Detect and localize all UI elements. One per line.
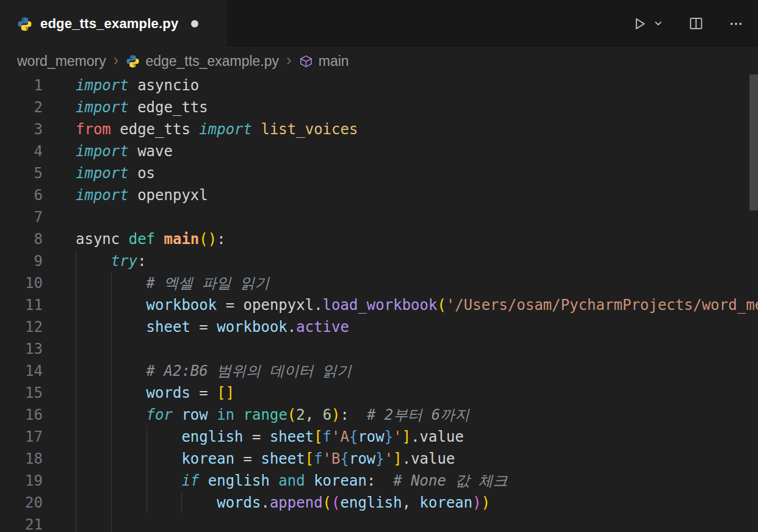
code-token: .	[314, 297, 322, 314]
code-line[interactable]	[76, 338, 758, 360]
line-number[interactable]: 10	[0, 272, 43, 294]
code-lines[interactable]: import asyncioimport edge_ttsfrom edge_t…	[43, 74, 758, 532]
line-number[interactable]: 7	[0, 206, 43, 228]
code-token: main	[164, 231, 200, 248]
code-token: :	[217, 231, 225, 248]
line-number[interactable]: 14	[0, 360, 43, 382]
indent-guide	[146, 448, 147, 470]
code-token: =	[190, 384, 217, 401]
code-token: from	[76, 121, 111, 138]
code-token: =	[190, 318, 217, 336]
line-number[interactable]: 18	[0, 448, 43, 470]
code-token: import	[76, 165, 129, 182]
code-token: in	[217, 406, 234, 423]
code-line[interactable]: words.append((english, korean))	[76, 492, 758, 514]
code-token: .value	[411, 428, 464, 445]
indent-guide	[111, 360, 112, 382]
code-line[interactable]: korean = sheet[f'B{row}'].value	[76, 448, 758, 470]
code-token: load_workbook	[323, 297, 438, 314]
indent-guide	[76, 382, 76, 404]
line-number[interactable]: 17	[0, 426, 43, 448]
code-line[interactable]: async def main():	[76, 228, 758, 250]
code-line[interactable]: import asyncio	[76, 74, 758, 96]
tab-edge-tts-example[interactable]: edge_tts_example.py	[0, 0, 226, 48]
code-line[interactable]: # A2:B6 범위의 데이터 읽기	[76, 360, 758, 382]
line-number[interactable]: 21	[0, 514, 43, 532]
code-line[interactable]: workbook = openpyxl.load_workbook('/User…	[76, 294, 758, 316]
code-line[interactable]: import os	[76, 162, 758, 184]
code-token: words	[217, 494, 261, 511]
ellipsis-icon	[729, 16, 743, 31]
indent-guide	[76, 514, 76, 532]
code-line[interactable]: for row in range(2, 6): # 2부터 6까지	[76, 404, 758, 426]
line-number[interactable]: 6	[0, 184, 43, 206]
code-token: sheet	[146, 318, 190, 336]
code-token: (	[331, 494, 340, 511]
code-line[interactable]: import edge_tts	[76, 96, 758, 118]
code-token	[76, 428, 181, 445]
line-number[interactable]: 5	[0, 162, 43, 184]
indent-guide	[76, 492, 76, 514]
code-line[interactable]	[76, 514, 758, 532]
line-number[interactable]: 16	[0, 404, 43, 426]
indent-guide	[181, 492, 182, 514]
line-number[interactable]: 1	[0, 74, 43, 96]
code-token: [	[305, 450, 314, 467]
line-number[interactable]: 11	[0, 294, 43, 316]
run-dropdown-button[interactable]	[651, 16, 666, 31]
code-line[interactable]: from edge_tts import list_voices	[76, 118, 758, 140]
code-token: ]	[226, 384, 234, 401]
indent-guide	[111, 294, 112, 316]
breadcrumb-item-symbol[interactable]: main	[319, 53, 349, 70]
code-line[interactable]: import wave	[76, 140, 758, 162]
code-line[interactable]: if english and korean: # None 값 체크	[76, 470, 758, 492]
line-number[interactable]: 2	[0, 96, 43, 118]
line-number[interactable]: 3	[0, 118, 43, 140]
code-token: import	[76, 143, 129, 160]
modified-dot-icon[interactable]	[191, 20, 198, 27]
code-line[interactable]: # 엑셀 파일 읽기	[76, 272, 758, 294]
code-line[interactable]: words = []	[76, 382, 758, 404]
split-editor-button[interactable]	[687, 14, 706, 33]
line-number[interactable]: 9	[0, 250, 43, 272]
indent-guide	[76, 404, 76, 426]
code-token: )	[331, 406, 340, 423]
code-token: =	[244, 428, 270, 445]
line-number[interactable]: 8	[0, 228, 43, 250]
code-line[interactable]	[76, 206, 758, 228]
code-editor: 123456789101112131415161718192021 import…	[0, 74, 758, 532]
code-line[interactable]: import openpyxl	[76, 184, 758, 206]
code-token: import	[199, 121, 252, 138]
indent-guide	[76, 338, 76, 360]
line-number[interactable]: 4	[0, 140, 43, 162]
breadcrumb-item-file[interactable]: edge_tts_example.py	[145, 53, 279, 70]
breadcrumb-item-folder[interactable]: word_memory	[17, 53, 106, 70]
play-icon	[632, 16, 647, 31]
line-number[interactable]: 13	[0, 338, 43, 360]
indent-guide	[111, 382, 112, 404]
code-token	[375, 472, 393, 489]
code-token: ,	[402, 494, 420, 511]
code-token: 'A	[331, 428, 349, 445]
code-token: asyncio	[129, 77, 200, 94]
code-line[interactable]: english = sheet[f'A{row}'].value	[76, 426, 758, 448]
indent-guide	[146, 426, 147, 448]
code-token: active	[296, 318, 349, 336]
more-actions-button[interactable]	[726, 14, 746, 34]
code-token: edge_tts	[111, 121, 200, 138]
code-line[interactable]: sheet = workbook.active	[76, 316, 758, 338]
code-line[interactable]: try:	[76, 250, 758, 272]
code-token: '/Users/osam/PycharmProjects/word_me	[446, 297, 758, 314]
scrollbar-thumb[interactable]	[749, 74, 758, 210]
code-token	[173, 406, 181, 423]
line-number[interactable]: 15	[0, 382, 43, 404]
line-number[interactable]: 12	[0, 316, 43, 338]
indent-guide	[76, 316, 76, 338]
line-number[interactable]: 19	[0, 470, 43, 492]
code-token: }	[384, 428, 393, 445]
indent-guide	[146, 492, 147, 514]
code-token	[199, 472, 208, 489]
line-number[interactable]: 20	[0, 492, 43, 514]
code-token: korean	[314, 472, 367, 489]
run-button[interactable]	[630, 14, 649, 34]
